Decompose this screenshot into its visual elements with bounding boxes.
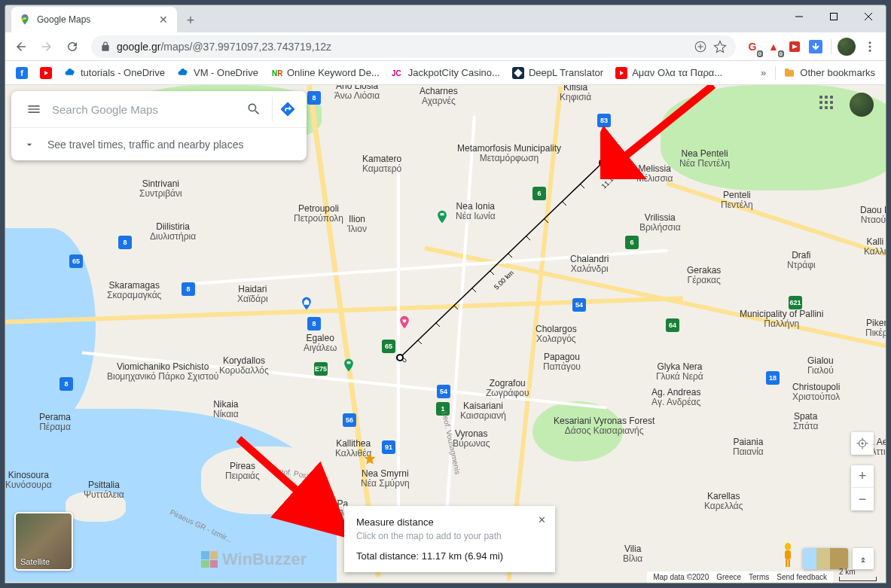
new-tab-button[interactable]: +	[180, 10, 201, 31]
road-shield: 621	[789, 296, 802, 309]
zoom-in-button[interactable]: +	[851, 465, 874, 488]
svg-rect-45	[789, 559, 791, 567]
titlebar: Google Maps ✕ +	[5, 5, 886, 32]
place-label: KamateroΚαματερό	[362, 154, 401, 174]
satellite-layer-button[interactable]: Satellite	[14, 512, 73, 571]
reload-button[interactable]	[61, 35, 84, 58]
measure-result: Total distance: 11.17 km (6.94 mi)	[356, 550, 543, 562]
gmaps-favicon-icon	[19, 14, 31, 26]
my-location-button[interactable]	[851, 432, 874, 455]
bookmark-item[interactable]: NROnline Keyword De...	[266, 64, 384, 82]
road-shield: 6	[625, 236, 639, 249]
place-label: Metamorfosis MunicipalityΜεταμόρφωση	[457, 144, 561, 163]
search-card: See travel times, traffic and nearby pla…	[11, 91, 307, 160]
place-label: KarellasΚαρελλάς	[704, 492, 743, 511]
url-text: google.gr/maps/@37.9971097,23.743719,12z	[117, 41, 688, 53]
bookmark-item[interactable]: Αμαν Ολα τα Παρα...	[611, 64, 727, 82]
road-shield: 6	[532, 187, 546, 200]
place-label: Municipality of PalliniΠαλλήνη	[740, 309, 823, 329]
place-label: DiilistiriaΔιυλιστήρια	[150, 222, 196, 242]
place-label: PsittaliaΨυττάλεια	[84, 480, 124, 500]
place-label: SintrivaniΣυντριβάνι	[139, 179, 182, 199]
menu-button[interactable]	[16, 102, 52, 117]
place-label: Kesariani Vyronas ForestΔάσος Καισαριανή…	[554, 416, 655, 436]
minimize-button[interactable]	[782, 5, 816, 28]
road-shield: 18	[766, 371, 780, 385]
place-label: KaisarianiΚαισαριανή	[460, 401, 506, 421]
bookmark-item[interactable]: VM - OneDrive	[172, 64, 263, 82]
svg-rect-22	[347, 361, 351, 364]
extension-icon[interactable]	[786, 38, 804, 56]
collapse-controls-button[interactable]	[853, 548, 874, 569]
extension-icon[interactable]	[807, 38, 825, 56]
bookmark-icon: JC	[392, 67, 404, 79]
close-measure-button[interactable]: ✕	[534, 512, 549, 527]
place-label: NikaiaΝίκαια	[213, 400, 239, 419]
svg-text:JC: JC	[392, 69, 401, 78]
bookmark-label: Online Keyword De...	[287, 67, 380, 78]
svg-rect-2	[831, 14, 838, 20]
address-bar[interactable]: google.gr/maps/@37.9971097,23.743719,12z	[91, 35, 736, 58]
extension-icon[interactable]: G0	[743, 38, 761, 56]
bookmark-icon	[40, 67, 52, 79]
bookmark-item[interactable]: JCJackpotCity Casino...	[387, 64, 505, 82]
feedback-link[interactable]: Send feedback	[777, 573, 827, 581]
svg-point-42	[785, 543, 791, 550]
star-pin-icon	[362, 452, 377, 467]
place-label: ChristoupoliΧριστούπολ	[792, 382, 840, 402]
bookmark-item[interactable]: DeepL Translator	[508, 64, 608, 82]
other-bookmarks-folder[interactable]: Other bookmarks	[779, 64, 880, 82]
svg-rect-44	[786, 559, 788, 567]
watermark: WinBuzzer	[201, 550, 307, 569]
country-text: Greece	[716, 573, 741, 581]
bookmarks-overflow-button[interactable]: »	[755, 67, 772, 78]
measure-hint: Click on the map to add to your path	[356, 531, 543, 541]
copyright-text: Map data ©2020	[653, 573, 709, 581]
winbuzzer-logo-icon	[201, 551, 218, 568]
directions-button[interactable]	[272, 97, 302, 121]
forward-button[interactable]	[35, 35, 58, 58]
road-shield: 64	[666, 318, 679, 332]
place-label: GerakasΓέρακας	[687, 266, 721, 285]
search-button[interactable]	[239, 102, 269, 117]
svg-point-10	[869, 41, 871, 44]
bookmark-item[interactable]: f	[11, 64, 32, 82]
account-avatar[interactable]	[850, 93, 874, 117]
place-label: Glyka NeraΓλυκά Νερά	[656, 362, 703, 382]
bookmark-item[interactable]	[35, 64, 56, 82]
imagery-thumb[interactable]	[803, 548, 848, 569]
separator	[831, 39, 831, 54]
google-apps-button[interactable]	[819, 96, 838, 114]
bookmark-item[interactable]: tutorials - OneDrive	[60, 64, 169, 82]
place-label: KorydallosΚορυδαλλός	[219, 356, 269, 376]
place-label: KinosouraΚυνόσουρα	[5, 471, 52, 490]
close-window-button[interactable]	[851, 5, 886, 28]
tab-close-icon[interactable]: ✕	[157, 14, 169, 26]
zoom-out-button[interactable]: −	[851, 488, 874, 510]
expand-panel-button[interactable]: See travel times, traffic and nearby pla…	[11, 127, 307, 160]
place-label: Nea SmyrniΝέα Σμύρνη	[361, 469, 410, 489]
measure-title: Measure distance	[356, 516, 543, 528]
separator	[775, 66, 776, 80]
profile-avatar[interactable]	[838, 38, 856, 56]
browser-menu-button[interactable]	[859, 35, 881, 58]
home-pin-icon	[299, 296, 314, 311]
measure-end-point[interactable]	[599, 159, 606, 166]
back-button[interactable]	[10, 35, 32, 58]
search-input[interactable]	[52, 103, 239, 116]
place-label: PapagouΠαπάγου	[543, 352, 581, 372]
place-label: KifisiaΚηφισιά	[560, 85, 591, 102]
place-label: PikerΠικέρ	[865, 318, 886, 338]
pegman-icon[interactable]	[777, 542, 798, 569]
install-app-icon[interactable]	[694, 40, 707, 53]
map-viewport[interactable]: Ano LiosiaΆνω ΛιόσιαAcharnesΑχαρνέςKifis…	[5, 85, 886, 583]
place-label: MelissiaΜέλισσια	[636, 164, 673, 184]
bookmark-star-icon[interactable]	[713, 40, 727, 53]
bookmark-label: VM - OneDrive	[194, 67, 258, 78]
bookmark-icon	[615, 67, 627, 79]
road-shield: 8	[307, 91, 321, 105]
terms-link[interactable]: Terms	[749, 573, 769, 581]
maximize-button[interactable]	[816, 5, 851, 28]
extension-icon[interactable]: ▲0	[764, 38, 783, 56]
browser-tab[interactable]: Google Maps ✕	[11, 7, 177, 32]
